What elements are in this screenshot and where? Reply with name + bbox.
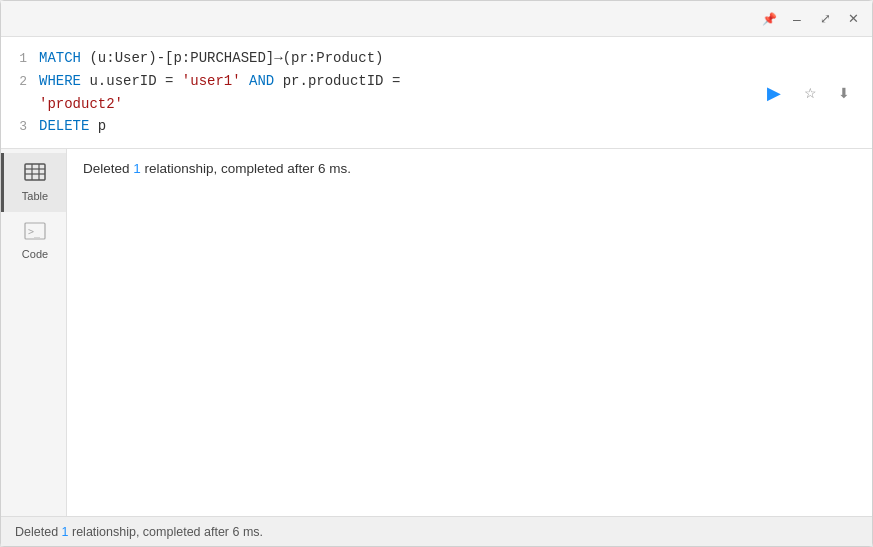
download-button[interactable]: ⬇ <box>832 81 856 105</box>
close-button[interactable]: ✕ <box>842 8 864 30</box>
code-label: Code <box>22 248 48 260</box>
sidebar: Table >_ Code <box>1 149 67 516</box>
code-text: u.userID = <box>89 73 181 89</box>
status-suffix: relationship, completed after 6 ms. <box>69 525 264 539</box>
code-text: pr.productID = <box>283 73 401 89</box>
minimize-button[interactable]: – <box>786 8 808 30</box>
line-number-3: 3 <box>11 117 27 138</box>
line-content-2b: 'product2' <box>39 93 872 115</box>
status-message: Deleted 1 relationship, completed after … <box>15 525 263 539</box>
string-user1: 'user1' <box>182 73 241 89</box>
table-icon <box>24 163 46 186</box>
line-content-3: DELETE p <box>39 115 872 137</box>
code-panel[interactable]: 1 MATCH (u:User)-[p:PURCHASED]→(pr:Produ… <box>1 37 872 149</box>
result-count: 1 <box>133 161 141 176</box>
code-line-3: 3 DELETE p <box>11 115 872 138</box>
code-text: (u:User)-[p:PURCHASED]→(pr:Product) <box>89 50 383 66</box>
maximize-button[interactable]: ⤢ <box>814 8 836 30</box>
result-prefix: Deleted <box>83 161 133 176</box>
sidebar-item-table[interactable]: Table <box>1 153 66 212</box>
pin-button[interactable]: 📌 <box>758 8 780 30</box>
line-number-2: 2 <box>11 72 27 93</box>
toolbar-buttons: ▶ ☆ ⬇ <box>760 79 856 107</box>
line-content-1: MATCH (u:User)-[p:PURCHASED]→(pr:Product… <box>39 47 872 69</box>
sidebar-item-code[interactable]: >_ Code <box>1 212 66 270</box>
keyword-and: AND <box>249 73 274 89</box>
star-button[interactable]: ☆ <box>798 81 822 105</box>
editor-area: 1 MATCH (u:User)-[p:PURCHASED]→(pr:Produ… <box>1 37 872 516</box>
result-suffix: relationship, completed after 6 ms. <box>141 161 351 176</box>
title-bar: 📌 – ⤢ ✕ <box>1 1 872 37</box>
main-window: 📌 – ⤢ ✕ 1 MATCH (u:User)-[p:PURCHASED]→(… <box>0 0 873 547</box>
line-number-1: 1 <box>11 49 27 70</box>
status-prefix: Deleted <box>15 525 62 539</box>
keyword-where: WHERE <box>39 73 81 89</box>
code-editor[interactable]: 1 MATCH (u:User)-[p:PURCHASED]→(pr:Produ… <box>1 47 872 138</box>
line-content-2: WHERE u.userID = 'user1' AND pr.productI… <box>39 70 872 92</box>
svg-text:>_: >_ <box>28 226 41 238</box>
status-count: 1 <box>62 525 69 539</box>
code-line-2b: 2 'product2' <box>11 93 872 116</box>
pin-icon: 📌 <box>762 12 777 26</box>
close-icon: ✕ <box>848 11 859 26</box>
code-text: p <box>98 118 106 134</box>
keyword-delete: DELETE <box>39 118 89 134</box>
code-line-1: 1 MATCH (u:User)-[p:PURCHASED]→(pr:Produ… <box>11 47 872 70</box>
status-bar: Deleted 1 relationship, completed after … <box>1 516 872 546</box>
table-label: Table <box>22 190 48 202</box>
string-product2: 'product2' <box>39 96 123 112</box>
result-message: Deleted 1 relationship, completed after … <box>83 161 856 176</box>
code-icon: >_ <box>24 222 46 244</box>
main-content: Table >_ Code Deleted 1 relationship, co… <box>1 149 872 516</box>
keyword-match: MATCH <box>39 50 81 66</box>
maximize-icon: ⤢ <box>820 11 831 26</box>
svg-rect-0 <box>25 164 45 180</box>
run-button[interactable]: ▶ <box>760 79 788 107</box>
code-line-2: 2 WHERE u.userID = 'user1' AND pr.produc… <box>11 70 872 93</box>
results-area: Deleted 1 relationship, completed after … <box>67 149 872 516</box>
minimize-icon: – <box>793 12 801 26</box>
